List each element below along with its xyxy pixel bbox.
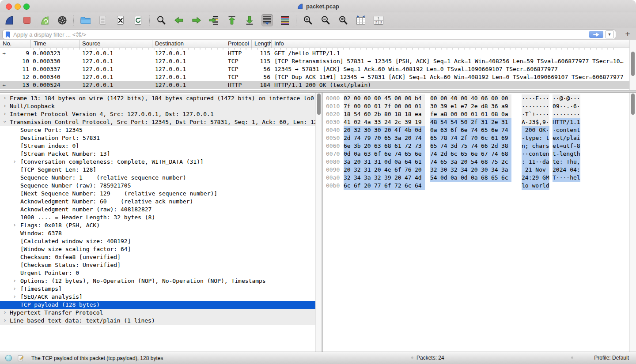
expander-right-icon[interactable]: ›: [13, 293, 16, 300]
hex-row[interactable]: 00b06c6f20776f726c64lo world: [323, 182, 630, 190]
resize-columns-icon[interactable]: [355, 14, 367, 26]
filter-history-dropdown[interactable]: ▼: [605, 30, 614, 38]
column-header-destination[interactable]: Destination: [152, 40, 225, 48]
hex-row[interactable]: 00700d0a636f6e74656e742d6c656e677468··co…: [323, 150, 630, 158]
expert-info-icon[interactable]: [5, 355, 12, 361]
tree-row[interactable]: ›Flags: 0x018 (PSH, ACK): [0, 221, 315, 229]
capture-comment-icon[interactable]: [18, 355, 24, 361]
scrollbar-thumb[interactable]: [631, 52, 635, 76]
tree-row[interactable]: Acknowledgment number (raw): 408182827: [0, 206, 315, 214]
tree-row[interactable]: [Stream Packet Number: 13]: [0, 150, 315, 158]
open-file-icon[interactable]: [80, 14, 91, 26]
tree-row[interactable]: ›[SEQ/ACK analysis]: [0, 293, 315, 301]
previous-packet-icon[interactable]: [173, 14, 185, 26]
status-profile[interactable]: Profile: Default: [594, 355, 629, 361]
last-packet-icon[interactable]: [244, 14, 255, 26]
expander-right-icon[interactable]: ›: [13, 277, 16, 285]
expander-right-icon[interactable]: ›: [3, 309, 7, 316]
hex-row[interactable]: 004020323030204f4b0d0a636f6e74656e74 200…: [323, 126, 630, 134]
column-header-length[interactable]: Length: [252, 40, 272, 48]
tree-row[interactable]: Acknowledgment Number: 60 (relative ack …: [0, 198, 315, 206]
packet-list-scrollbar[interactable]: [629, 40, 636, 90]
restart-capture-icon[interactable]: [39, 14, 50, 26]
bytes-scrollbar[interactable]: [629, 93, 636, 352]
expander-right-icon[interactable]: ›: [13, 158, 16, 165]
first-packet-icon[interactable]: [226, 14, 238, 26]
hex-row[interactable]: 00502d747970653a20746578742f706c6169-typ…: [323, 134, 630, 142]
hex-row[interactable]: 000002000000450000b40000400040060000····…: [323, 94, 630, 102]
add-filter-button[interactable]: +: [623, 29, 632, 39]
tree-row[interactable]: Urgent Pointer: 0: [0, 269, 315, 277]
layout-icon[interactable]: 123: [373, 14, 384, 26]
tree-row[interactable]: Sequence Number: 1 (relative sequence nu…: [0, 174, 315, 182]
tree-row[interactable]: [TCP Segment Len: 128]: [0, 166, 315, 174]
tree-row[interactable]: [Next Sequence Number: 129 (relative seq…: [0, 190, 315, 198]
filter-bookmark-icon[interactable]: [5, 31, 11, 38]
hex-row[interactable]: 003041024a33242c3919485454502f312e31A·J3…: [323, 118, 630, 126]
tree-row[interactable]: 1000 .... = Header Length: 32 bytes (8): [0, 214, 315, 221]
expander-right-icon[interactable]: ›: [3, 110, 7, 118]
capture-options-icon[interactable]: [57, 14, 68, 26]
tree-row[interactable]: Source Port: 12345: [0, 126, 315, 134]
expander-right-icon[interactable]: ›: [3, 102, 7, 110]
table-row[interactable]: 100.000330127.0.0.1127.0.0.1TCP115[TCP R…: [0, 57, 630, 65]
column-header-info[interactable]: Info: [272, 40, 636, 48]
table-row[interactable]: 120.000340127.0.0.1127.0.0.1TCP56[TCP Du…: [0, 73, 630, 81]
expander-right-icon[interactable]: ›: [3, 94, 7, 102]
tree-row[interactable]: ›[Timestamps]: [0, 285, 315, 293]
tree-row[interactable]: [Window size scaling factor: 64]: [0, 245, 315, 253]
expander-down-icon[interactable]: ›: [1, 120, 9, 124]
tree-row[interactable]: [Stream index: 0]: [0, 142, 315, 150]
expander-right-icon[interactable]: ›: [3, 317, 7, 324]
tree-row[interactable]: Checksum: 0xfea8 [unverified]: [0, 253, 315, 261]
hex-row[interactable]: 00606e3b20636861727365743d7574662d38n; c…: [323, 142, 630, 150]
column-header-time[interactable]: Time: [31, 40, 80, 48]
expander-right-icon[interactable]: ›: [13, 221, 16, 229]
hex-byte: 6f: [384, 182, 394, 190]
colorize-icon[interactable]: [279, 14, 291, 26]
hex-row[interactable]: 00201854602b801818eafea800000101080a·T`+…: [323, 110, 630, 118]
close-file-icon[interactable]: [115, 14, 126, 26]
hex-row[interactable]: 0090203231204e6f7620323032342030343a 21 …: [323, 166, 630, 174]
column-header-source[interactable]: Source: [80, 40, 152, 48]
table-row[interactable]: ←130.000524127.0.0.1127.0.0.1HTTP184HTTP…: [0, 81, 630, 89]
zoom-out-icon[interactable]: [320, 14, 331, 26]
find-packet-icon[interactable]: [155, 14, 167, 26]
tree-row[interactable]: ›Transmission Control Protocol, Src Port…: [0, 118, 315, 126]
hex-row[interactable]: 00107f0000017f0000013039e1e72ed836a9····…: [323, 102, 630, 110]
tree-row[interactable]: ›Internet Protocol Version 4, Src: 127.0…: [0, 110, 315, 118]
tree-row[interactable]: ›Line-based text data: text/plain (1 lin…: [0, 317, 315, 325]
apply-filter-button[interactable]: [589, 31, 603, 38]
scrollbar-thumb[interactable]: [317, 94, 321, 115]
hex-row[interactable]: 00803a2031310d0a646174653a205468752c: 11…: [323, 158, 630, 166]
zoom-in-icon[interactable]: [302, 14, 314, 26]
tree-row[interactable]: ›Options: (12 bytes), No-Operation (NOP)…: [0, 277, 315, 285]
details-scrollbar[interactable]: [315, 93, 322, 352]
tree-row[interactable]: ›Hypertext Transfer Protocol: [0, 309, 315, 317]
scrollbar-thumb[interactable]: [631, 94, 635, 115]
next-packet-icon[interactable]: [191, 14, 202, 26]
tree-row-selected[interactable]: TCP payload (128 bytes): [0, 301, 315, 309]
tree-row[interactable]: Sequence Number (raw): 785921705: [0, 182, 315, 190]
auto-scroll-icon[interactable]: [261, 14, 273, 26]
stop-capture-icon[interactable]: [21, 14, 33, 26]
display-filter-input[interactable]: Apply a display filter ... <⌘/> ▼: [2, 30, 616, 39]
goto-packet-icon[interactable]: [208, 14, 220, 26]
tree-row[interactable]: Destination Port: 57831: [0, 134, 315, 142]
tree-row[interactable]: [Calculated window size: 408192]: [0, 237, 315, 245]
tree-row[interactable]: ›Frame 13: 184 bytes on wire (1472 bits)…: [0, 94, 315, 102]
table-row[interactable]: 110.000337127.0.0.1127.0.0.1TCP5612345 →…: [0, 65, 630, 73]
reload-file-icon[interactable]: [132, 14, 144, 26]
table-row[interactable]: →90.000323127.0.0.1127.0.0.1HTTP115GET /…: [0, 49, 630, 57]
tree-row[interactable]: ›Null/Loopback: [0, 102, 315, 110]
wireshark-fin-icon[interactable]: [4, 14, 15, 26]
column-header-protocol[interactable]: Protocol: [225, 40, 252, 48]
save-file-icon[interactable]: [97, 14, 109, 26]
tree-row[interactable]: [Checksum Status: Unverified]: [0, 261, 315, 269]
expander-right-icon[interactable]: ›: [13, 285, 16, 293]
tree-row[interactable]: Window: 6378: [0, 229, 315, 237]
tree-row[interactable]: ›[Conversation completeness: Complete, W…: [0, 158, 315, 166]
zoom-100-icon[interactable]: [337, 14, 349, 26]
hex-row[interactable]: 00a032343a323920474d540d0a0d0a68656c24:2…: [323, 174, 630, 182]
column-header-no[interactable]: No.: [0, 40, 31, 48]
